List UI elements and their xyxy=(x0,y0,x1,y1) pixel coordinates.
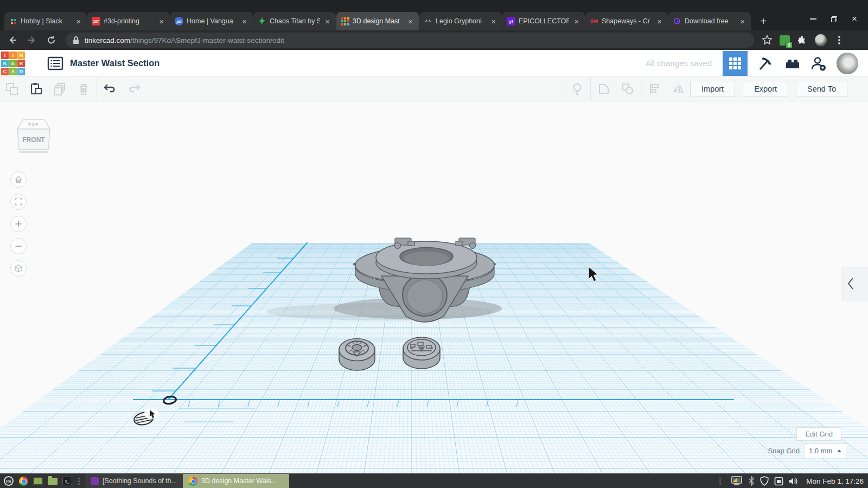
snap-grid-value: 1.0 mm xyxy=(809,447,832,455)
forward-icon[interactable] xyxy=(25,33,39,47)
zoom-out-button[interactable] xyxy=(10,238,27,254)
extensions-puzzle-icon[interactable] xyxy=(797,35,808,46)
group-icon[interactable] xyxy=(592,79,616,99)
media-player-icon xyxy=(91,477,99,485)
view-cube-top-label[interactable]: TOP xyxy=(28,122,39,127)
task-chrome-active[interactable]: 3D design Master Wais... xyxy=(183,474,289,488)
lock-icon xyxy=(73,36,79,44)
hatch-disc-right[interactable] xyxy=(403,337,440,369)
undo-icon[interactable] xyxy=(98,79,122,99)
tinkercad-profile-avatar[interactable] xyxy=(837,53,858,74)
tab-close-icon[interactable]: × xyxy=(74,17,82,26)
snap-grid-select[interactable]: 1.0 mm xyxy=(804,444,846,458)
window-minimize-icon[interactable] xyxy=(807,13,819,25)
tab-3d-design-active[interactable]: 3D design Mast × xyxy=(336,12,419,30)
tab-slack[interactable]: Hobby | Slack × xyxy=(4,12,87,30)
window-close-icon[interactable]: × xyxy=(848,13,860,25)
window-restore-icon[interactable] xyxy=(828,13,840,25)
tab-close-icon[interactable]: × xyxy=(240,17,248,26)
mint-menu-icon[interactable]: lm xyxy=(3,476,14,486)
design-title[interactable]: Master Waist Section xyxy=(70,58,159,68)
hatch-disc-left[interactable] xyxy=(339,339,375,371)
fit-view-button[interactable] xyxy=(10,194,27,210)
clock[interactable]: Mon Feb 1, 17:26 xyxy=(806,477,864,485)
tab-3d-printing[interactable]: 187 #3d-printing × xyxy=(87,12,170,30)
tab-legio-gryphonicus[interactable]: Legio Gryphoni × xyxy=(419,12,502,30)
3d-viewport[interactable]: TOP FRONT Edit Grid Snap Grid 1.0 mm xyxy=(0,101,868,473)
back-icon[interactable] xyxy=(5,33,20,47)
tab-close-icon[interactable]: × xyxy=(406,17,414,26)
redo-icon[interactable] xyxy=(122,79,146,99)
system-taskbar: lm $_ [Soothing Sounds of th... 3D desig… xyxy=(0,473,868,488)
invite-person-icon[interactable] xyxy=(806,51,831,76)
bookmark-star-icon[interactable] xyxy=(762,35,773,46)
tab-vanguard[interactable]: pb Home | Vangua × xyxy=(170,12,253,30)
tray-divider-icon xyxy=(719,480,721,482)
browser-tab-strip: Hobby | Slack × 187 #3d-printing × pb Ho… xyxy=(0,0,868,30)
view-cube[interactable]: TOP FRONT xyxy=(14,115,53,163)
move-cursor xyxy=(144,408,158,419)
chrome-launcher-icon[interactable] xyxy=(18,476,29,486)
tab-download-free[interactable]: Download free × xyxy=(668,12,751,30)
mirror-icon[interactable] xyxy=(666,79,690,99)
terminal-icon[interactable]: $_ xyxy=(62,476,73,486)
tab-close-icon[interactable]: × xyxy=(572,17,580,26)
dashboard-grid-button[interactable] xyxy=(723,51,748,76)
url-path: /things/97KdASmepfJ-master-waist-section… xyxy=(130,36,284,44)
copy-icon[interactable] xyxy=(0,79,24,99)
task-media-player[interactable]: [Soothing Sounds of th... xyxy=(85,474,183,488)
lego-brick-icon[interactable] xyxy=(780,51,805,76)
tab-close-icon[interactable]: × xyxy=(157,17,165,26)
vanguard-icon: pb xyxy=(175,17,183,25)
display-settings-icon[interactable] xyxy=(731,476,743,486)
tab-chaos-titan[interactable]: Chaos Titan by S × xyxy=(253,12,336,30)
bluetooth-icon[interactable] xyxy=(748,476,755,486)
tab-epicollector[interactable]: y! EPICOLLECTOR × xyxy=(502,12,585,30)
volume-icon[interactable] xyxy=(788,477,799,486)
shapes-panel-toggle[interactable] xyxy=(843,267,868,300)
extension-rt-icon[interactable]: 3 xyxy=(780,35,790,46)
home-view-button[interactable] xyxy=(10,171,27,188)
paste-icon[interactable] xyxy=(24,79,48,99)
calendar-icon: 187 xyxy=(92,17,100,25)
tab-title: Chaos Titan by S xyxy=(270,17,320,25)
desktop: Hobby | Slack × 187 #3d-printing × pb Ho… xyxy=(0,0,868,488)
browser-profile-avatar[interactable] xyxy=(815,34,827,46)
tab-close-icon[interactable]: × xyxy=(323,17,331,26)
send-to-button[interactable]: Send To xyxy=(796,81,847,97)
tab-close-icon[interactable]: × xyxy=(738,17,746,26)
zoom-in-button[interactable] xyxy=(10,216,27,232)
software-manager-icon[interactable] xyxy=(33,476,43,486)
show-all-lightbulb-icon[interactable] xyxy=(565,79,589,99)
properties-list-icon[interactable] xyxy=(46,55,65,72)
view-cube-front-label[interactable]: FRONT xyxy=(22,136,45,144)
eagle-icon xyxy=(424,17,432,25)
perspective-toggle-button[interactable] xyxy=(10,260,27,277)
tab-title: Download free xyxy=(685,17,735,25)
url-omnibox[interactable]: tinkercad.com/things/97KdASmepfJ-master-… xyxy=(65,33,754,48)
browser-menu-icon[interactable] xyxy=(838,39,840,41)
tab-close-icon[interactable]: × xyxy=(655,17,663,26)
export-button[interactable]: Export xyxy=(743,81,788,97)
import-button[interactable]: Import xyxy=(690,81,735,97)
save-status: All changes saved xyxy=(646,59,712,68)
files-icon[interactable] xyxy=(47,476,58,486)
tab-close-icon[interactable]: × xyxy=(489,17,497,26)
tab-title: EPICOLLECTOR xyxy=(519,17,569,25)
tab-shapeways[interactable]: SW Shapeways - Cr × xyxy=(585,12,668,30)
edit-grid-button[interactable]: Edit Grid xyxy=(796,427,841,441)
tab-title: #3d-printing xyxy=(104,17,154,25)
network-icon[interactable] xyxy=(774,477,783,486)
align-icon[interactable] xyxy=(642,79,666,99)
shield-icon[interactable] xyxy=(760,476,769,486)
new-tab-button[interactable]: + xyxy=(756,14,771,29)
tab-title: Home | Vangua xyxy=(187,17,237,25)
duplicate-icon[interactable] xyxy=(48,79,72,99)
reload-icon[interactable] xyxy=(44,33,59,47)
tab-title: Legio Gryphoni xyxy=(436,17,486,25)
tinkercad-logo[interactable]: TIN KER CAD xyxy=(1,51,25,76)
ungroup-icon[interactable] xyxy=(616,79,640,99)
tab-title: Shapeways - Cr xyxy=(602,17,652,25)
delete-icon[interactable] xyxy=(72,79,95,99)
minecraft-pickaxe-icon[interactable] xyxy=(753,51,778,76)
